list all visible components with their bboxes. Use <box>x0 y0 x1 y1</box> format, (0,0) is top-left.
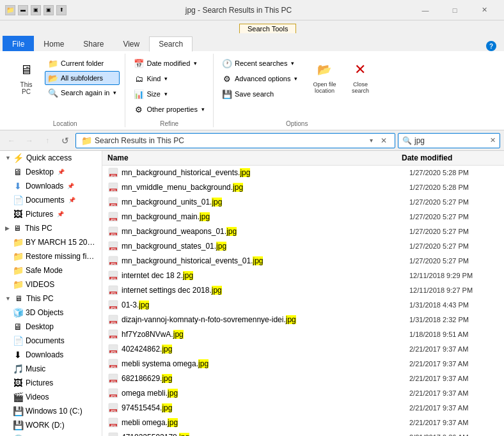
table-row[interactable]: JPG mn_background_main.jpg 1/27/2020 5:2… <box>102 210 504 224</box>
ribbon-group-refine: 📅 Date modified 🗂 Kind 📊 Size ⚙ <box>125 54 213 127</box>
file-date: 1/27/2020 5:27 PM <box>409 198 499 206</box>
up-button[interactable]: ↑ <box>40 133 55 148</box>
table-row[interactable]: JPG hf7Yzo8NVwA.jpg 1/18/2018 9:51 AM <box>102 327 504 342</box>
table-row[interactable]: JPG 682186629.jpg 2/21/2017 9:37 AM <box>102 371 504 386</box>
close-search-icon: ✕ <box>350 59 370 80</box>
tab-search[interactable]: Search <box>149 36 193 52</box>
forward-button[interactable]: → <box>22 133 37 148</box>
table-row[interactable]: JPG omega mebli.jpg 2/21/2017 9:37 AM <box>102 386 504 401</box>
file-date: 1/27/2020 5:28 PM <box>409 183 499 191</box>
open-file-location-button[interactable]: 📂 Open filelocation <box>308 56 340 97</box>
size-button[interactable]: 📊 Size <box>130 87 207 101</box>
table-row[interactable]: JPG mn_background_states_01.jpg 1/27/202… <box>102 239 504 254</box>
jpg-icon: JPG <box>107 196 119 208</box>
table-row[interactable]: JPG mn_background_units_01.jpg 1/27/2020… <box>102 195 504 210</box>
this-pc-button[interactable]: 🖥 ThisPC <box>10 56 42 98</box>
sidebar-item-thispc-header[interactable]: ▶ 🖥 This PC <box>0 221 102 235</box>
table-row[interactable]: JPG mn_vmiddle_menu_background.jpg 1/27/… <box>102 180 504 195</box>
tab-view[interactable]: View <box>113 36 149 51</box>
sidebar-item-by-march[interactable]: 📁 BY MARCH 15 202… <box>0 235 102 249</box>
by-march-label: BY MARCH 15 202… <box>26 238 97 247</box>
sidebar-item-downloads2[interactable]: ⬇ Downloads <box>0 348 102 362</box>
sidebar-item-videos2[interactable]: 🎬 Videos <box>0 390 102 404</box>
file-date: 12/11/2018 9:27 PM <box>409 286 499 294</box>
pictures2-label: Pictures <box>26 378 53 387</box>
sidebar-item-desktop2[interactable]: 🖥 Desktop <box>0 320 102 334</box>
downloads-icon: ⬇ <box>13 181 23 191</box>
other-properties-button[interactable]: ⚙ Other properties <box>130 102 207 116</box>
all-subfolders-button[interactable]: 📂 All subfolders <box>45 71 120 85</box>
tab-share[interactable]: Share <box>74 36 113 51</box>
file-name: omega mebli.jpg <box>122 389 409 398</box>
address-bar[interactable]: 📁 Search Results in This PC ▾ ✕ <box>75 133 395 148</box>
table-row[interactable]: JPG mebli systema omega.jpg 2/21/2017 9:… <box>102 357 504 371</box>
refresh-button[interactable]: ↺ <box>58 133 73 148</box>
sidebar-item-safe-mode[interactable]: 📁 Safe Mode <box>0 263 102 277</box>
file-list-scroll[interactable]: JPG mn_background_historical_events.jpg … <box>102 166 504 436</box>
window-controls[interactable]: — □ ✕ <box>411 0 499 20</box>
file-name: hf7Yzo8NVwA.jpg <box>122 330 409 339</box>
maximize-button[interactable]: □ <box>440 0 469 20</box>
sidebar-item-quick-access[interactable]: ▼ ⚡ Quick access <box>0 151 102 165</box>
minimize-button[interactable]: — <box>411 0 440 20</box>
date-modified-button[interactable]: 📅 Date modified <box>130 56 207 70</box>
tab-file[interactable]: File <box>3 36 34 51</box>
sidebar-item-downloads[interactable]: ⬇ Downloads 📌 <box>0 179 102 193</box>
sidebar-item-windows10c[interactable]: 💾 Windows 10 (C:) <box>0 404 102 418</box>
tab-home[interactable]: Home <box>34 36 74 51</box>
sidebar-item-workd[interactable]: 💾 WORK (D:) <box>0 418 102 432</box>
current-folder-label: Current folder <box>61 59 104 67</box>
table-row[interactable]: JPG dizajn-vannoj-komnaty-n-foto-sovreme… <box>102 313 504 327</box>
help-button[interactable]: ? <box>486 41 496 51</box>
file-name: mebli omega.jpg <box>122 418 409 427</box>
sidebar-item-cdrw[interactable]: 💿 CD Dr… <box>0 432 102 436</box>
ribbon-group-options-content: 🕐 Recent searches ⚙ Advanced options 💾 S… <box>219 54 375 119</box>
save-search-button[interactable]: 💾 Save search <box>219 87 301 101</box>
music-label: Music <box>26 364 45 373</box>
address-clear[interactable]: ✕ <box>378 136 390 145</box>
sidebar-item-music[interactable]: 🎵 Music <box>0 362 102 376</box>
sidebar-item-videos-folder[interactable]: 📁 VIDEOS <box>0 277 102 292</box>
svg-text:JPG: JPG <box>111 218 116 221</box>
options-group-label: Options <box>219 119 375 127</box>
jpg-icon: JPG <box>107 314 119 325</box>
table-row[interactable]: JPG 974515454.jpg 2/21/2017 9:37 AM <box>102 401 504 416</box>
sidebar-item-3d-objects[interactable]: 🧊 3D Objects <box>0 306 102 320</box>
table-row[interactable]: JPG mn_background_historical_events_01.j… <box>102 254 504 269</box>
back-button[interactable]: ← <box>4 133 19 148</box>
table-row[interactable]: JPG 402424862.jpg 2/21/2017 9:37 AM <box>102 342 504 357</box>
sidebar-item-pictures2[interactable]: 🖼 Pictures <box>0 376 102 390</box>
svg-text:JPG: JPG <box>111 292 116 295</box>
table-row[interactable]: JPG internet settings dec 2018.jpg 12/11… <box>102 283 504 298</box>
window-title: jpg - Search Results in This PC <box>67 6 411 15</box>
current-folder-button[interactable]: 📁 Current folder <box>45 56 120 70</box>
col-name-header[interactable]: Name <box>107 153 402 162</box>
search-bar[interactable]: 🔍 jpg ✕ <box>398 133 500 148</box>
table-row[interactable]: JPG interntet dec 18 2.jpg 12/11/2018 9:… <box>102 269 504 283</box>
table-row[interactable]: JPG mebli omega.jpg 2/21/2017 9:37 AM <box>102 416 504 430</box>
svg-text:JPG: JPG <box>111 409 116 412</box>
kind-button[interactable]: 🗂 Kind <box>130 72 207 86</box>
sidebar-item-documents2[interactable]: 📄 Documents <box>0 334 102 348</box>
sidebar-item-documents[interactable]: 📄 Documents 📌 <box>0 193 102 207</box>
advanced-options-button[interactable]: ⚙ Advanced options <box>219 72 301 86</box>
table-row[interactable]: JPG mn_background_weapons_01.jpg 1/27/20… <box>102 224 504 239</box>
jpg-icon: JPG <box>107 402 119 414</box>
recent-searches-button[interactable]: 🕐 Recent searches <box>219 56 301 70</box>
table-row[interactable]: JPG 01-3.jpg 1/31/2018 4:43 PM <box>102 298 504 313</box>
close-search-button[interactable]: ✕ Closesearch <box>345 56 375 97</box>
address-dropdown-arrow[interactable]: ▾ <box>367 137 375 144</box>
close-button[interactable]: ✕ <box>469 0 499 20</box>
sidebar-item-restore-missing[interactable]: 📁 Restore missing fi… <box>0 249 102 263</box>
file-date: 2/21/2017 9:37 AM <box>409 360 499 368</box>
search-clear[interactable]: ✕ <box>490 136 496 144</box>
jpg-icon: JPG <box>107 182 119 193</box>
pictures2-icon: 🖼 <box>13 378 23 388</box>
sidebar-item-thispc2-header[interactable]: ▼ 🖥 This PC <box>0 292 102 306</box>
table-row[interactable]: JPG mn_background_historical_events.jpg … <box>102 166 504 180</box>
sidebar-item-pictures[interactable]: 🖼 Pictures 📌 <box>0 207 102 221</box>
table-row[interactable]: JPG 4718225593178.jpg 2/21/2017 9:36 AM <box>102 430 504 436</box>
sidebar-item-desktop[interactable]: 🖥 Desktop 📌 <box>0 165 102 179</box>
col-date-header[interactable]: Date modified <box>402 153 491 162</box>
search-again-button[interactable]: 🔍 Search again in <box>45 86 120 100</box>
